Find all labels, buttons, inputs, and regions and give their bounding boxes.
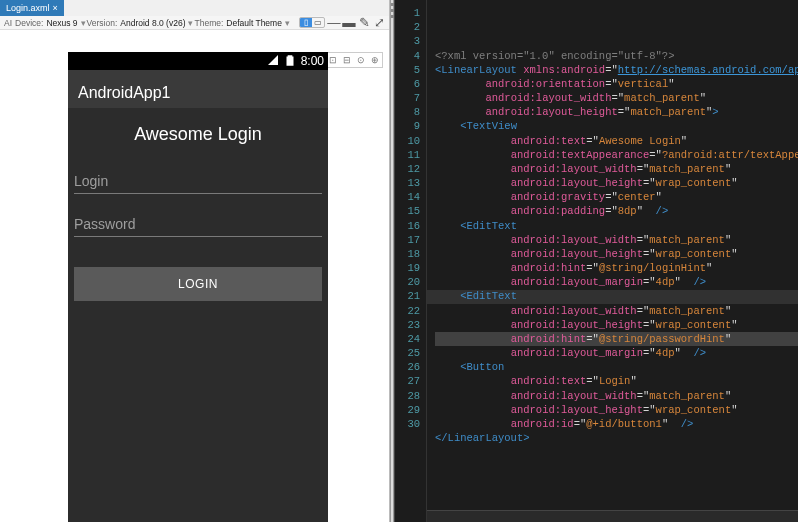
line-number: 22 [395,304,422,318]
code-line[interactable]: android:layout_width="match_parent" [435,91,798,105]
portrait-icon[interactable]: ▯ [300,18,312,27]
palette-btn-5[interactable]: ⊕ [369,54,381,66]
code-line[interactable]: android:hint="@string/passwordHint" [435,332,798,346]
palette-btn-2[interactable]: ⊡ [327,54,339,66]
line-number: 16 [395,219,422,233]
line-number: 2 [395,20,422,34]
code-line[interactable]: android:layout_margin="4dp" /> [435,275,798,289]
document-tabstrip: Login.axml × [0,0,389,16]
xml-editor-pane: 1234567891011121314151617181920212223242… [394,0,798,522]
landscape-icon[interactable]: ▭ [312,18,324,27]
line-number: 14 [395,190,422,204]
line-number: 19 [395,261,422,275]
code-line[interactable]: android:gravity="center" [435,190,798,204]
code-line[interactable]: android:textAppearance="?android:attr/te… [435,148,798,162]
login-edittext[interactable] [74,167,322,194]
line-number: 29 [395,403,422,417]
code-line[interactable]: </LinearLayout> [435,431,798,445]
line-number: 18 [395,247,422,261]
orientation-toggle[interactable]: ▯ ▭ [299,17,325,28]
code-line[interactable]: android:hint="@string/loginHint" [435,261,798,275]
device-label: Device: [15,18,43,28]
device-frame: 8:00 AndroidApp1 Awesome Login LOGIN [68,52,328,522]
tab-label: Login.axml [6,3,50,13]
line-number: 27 [395,374,422,388]
toolbar-button-2[interactable]: ▬ [343,18,355,28]
android-statusbar: 8:00 [68,52,328,70]
line-number: 24 [395,332,422,346]
palette-btn-3[interactable]: ⊟ [341,54,353,66]
code-line[interactable]: android:text="Awesome Login" [435,134,798,148]
device-selector[interactable]: Nexus 9 [46,18,77,28]
app-title: AndroidApp1 [78,84,171,102]
line-gutter: 1234567891011121314151617181920212223242… [395,0,427,522]
code-line[interactable]: android:layout_height="wrap_content" [435,403,798,417]
code-line[interactable]: android:layout_width="match_parent" [435,162,798,176]
android-actionbar: AndroidApp1 [68,70,328,108]
code-line[interactable]: <TextView− [435,119,798,133]
code-line[interactable]: android:layout_height="wrap_content" [435,176,798,190]
line-number: 3 [395,34,422,48]
line-number: 21 [395,289,422,303]
palette-btn-4[interactable]: ⊙ [355,54,367,66]
theme-selector[interactable]: Default Theme [226,18,282,28]
line-number: 12 [395,162,422,176]
code-line[interactable]: <Button− [435,360,798,374]
designer-toolbar: AI Device: Nexus 9 ▾ Version: Android 8.… [0,16,389,30]
code-line[interactable]: android:text="Login" [435,374,798,388]
android-screen: Awesome Login LOGIN [68,108,328,311]
code-line[interactable]: android:layout_width="match_parent" [435,389,798,403]
code-line[interactable]: android:orientation="vertical" [435,77,798,91]
line-number: 4 [395,49,422,63]
code-line[interactable]: android:padding="8dp" /> [435,204,798,218]
line-number: 11 [395,148,422,162]
code-area[interactable]: <?xml version="1.0" encoding="utf-8"?><L… [427,0,798,522]
clock-text: 8:00 [301,54,324,68]
line-number: 8 [395,105,422,119]
login-button[interactable]: LOGIN [74,267,322,301]
close-icon[interactable]: × [53,3,58,13]
code-line[interactable]: <EditText− [435,219,798,233]
theme-label: Theme: [194,18,223,28]
line-number: 7 [395,91,422,105]
code-line[interactable]: <?xml version="1.0" encoding="utf-8"?> [435,49,798,63]
editor-statusbar: 100 % ─●─ [427,510,798,522]
code-line[interactable]: android:layout_width="match_parent" [435,233,798,247]
toolbar-button-1[interactable]: — [328,18,340,28]
code-line[interactable]: <EditText− [435,289,798,303]
battery-icon [283,53,297,70]
code-line[interactable]: android:layout_width="match_parent" [435,304,798,318]
line-number: 5 [395,63,422,77]
line-number: 10 [395,134,422,148]
version-label: Version: [87,18,118,28]
line-number: 13 [395,176,422,190]
line-number: 9 [395,119,422,133]
code-line[interactable]: android:layout_margin="4dp" /> [435,346,798,360]
line-number: 1 [395,6,422,20]
code-line[interactable]: android:layout_height="wrap_content" [435,247,798,261]
password-edittext[interactable] [74,210,322,237]
line-number: 6 [395,77,422,91]
line-number: 25 [395,346,422,360]
ide-workspace: Login.axml × AI Device: Nexus 9 ▾ Versio… [0,0,798,522]
line-number: 26 [395,360,422,374]
title-textview[interactable]: Awesome Login [74,118,322,151]
line-number: 15 [395,204,422,218]
code-line[interactable]: android:layout_height="wrap_content" [435,318,798,332]
expand-icon[interactable]: ⤢ [373,18,385,28]
code-line[interactable]: <LinearLayout xmlns:android="http://sche… [435,63,798,77]
line-number: 28 [395,389,422,403]
line-number: 23 [395,318,422,332]
edit-icon[interactable]: ✎ [358,18,370,28]
code-line[interactable]: android:layout_height="match_parent"> [435,105,798,119]
id-label: AI [4,18,12,28]
code-line[interactable]: android:id="@+id/button1" /> [435,417,798,431]
document-tab-login-axml[interactable]: Login.axml × [0,0,64,16]
signal-icon [267,54,279,69]
designer-pane: Login.axml × AI Device: Nexus 9 ▾ Versio… [0,0,390,522]
design-surface[interactable]: ⊞ ⊡ ⊟ ⊙ ⊕ 8:00 AndroidApp1 [0,30,389,522]
line-number: 30 [395,417,422,431]
line-number: 17 [395,233,422,247]
version-selector[interactable]: Android 8.0 (v26) [120,18,185,28]
line-number: 20 [395,275,422,289]
